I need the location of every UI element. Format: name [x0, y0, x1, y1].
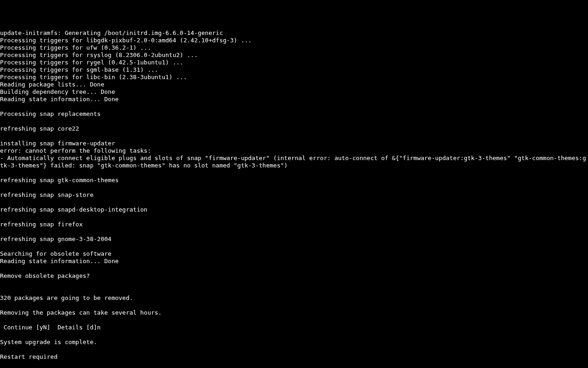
- terminal-line: Processing triggers for libgdk-pixbuf-2.…: [0, 37, 588, 44]
- terminal-line: [0, 199, 588, 206]
- terminal-line: Reading state information... Done: [0, 96, 588, 103]
- terminal-line: Processing triggers for rygel (0.42.5-1u…: [0, 59, 588, 66]
- terminal-line: Restart required: [0, 353, 588, 361]
- terminal-line: [0, 243, 588, 250]
- terminal-line: Processing triggers for ufw (0.36.2-1) .…: [0, 44, 588, 52]
- terminal-line: [0, 346, 588, 353]
- terminal-line: Processing triggers for sgml-base (1.31)…: [0, 66, 588, 74]
- terminal-line: refreshing snap snap-store: [0, 191, 588, 199]
- terminal-line: update-initramfs: Generating /boot/initr…: [0, 29, 588, 37]
- terminal-line: [0, 316, 588, 324]
- terminal-line: [0, 302, 588, 309]
- terminal-line: System upgrade is complete.: [0, 339, 588, 346]
- terminal-line: [0, 228, 588, 236]
- terminal-prompt-line: Continue [yN] Details [d]n: [0, 324, 588, 331]
- terminal-line: refreshing snap gnome-3-38-2004: [0, 236, 588, 243]
- terminal-line: [0, 331, 588, 339]
- terminal-line: Remove obsolete packages?: [0, 272, 588, 280]
- terminal-line: error: cannot perform the following task…: [0, 147, 588, 155]
- terminal-line: Reading state information... Done: [0, 258, 588, 265]
- terminal-line: Removing the packages can take several h…: [0, 309, 588, 316]
- terminal-line: [0, 103, 588, 110]
- terminal-line: installing snap firmware-updater: [0, 140, 588, 147]
- terminal-line: 320 packages are going to be removed.: [0, 294, 588, 302]
- terminal-line: Processing triggers for libc-bin (2.38-3…: [0, 74, 588, 81]
- terminal-line: [0, 361, 588, 368]
- terminal-line: [0, 280, 588, 287]
- terminal-line: refreshing snap firefox: [0, 221, 588, 228]
- terminal-console[interactable]: update-initramfs: Generating /boot/initr…: [0, 29, 588, 368]
- terminal-line: Processing snap replacements: [0, 110, 588, 118]
- terminal-line: Building dependency tree... Done: [0, 88, 588, 96]
- terminal-line: Reading package lists... Done: [0, 81, 588, 88]
- terminal-line: Processing triggers for rsyslog (8.2306.…: [0, 52, 588, 59]
- terminal-line: [0, 118, 588, 125]
- terminal-line: [0, 132, 588, 140]
- terminal-line: refreshing snap core22: [0, 125, 588, 132]
- terminal-line: [0, 287, 588, 294]
- terminal-line: Searching for obsolete software: [0, 250, 588, 258]
- terminal-line: [0, 265, 588, 272]
- terminal-line: [0, 213, 588, 221]
- terminal-line: refreshing snap snapd-desktop-integratio…: [0, 206, 588, 213]
- terminal-line: [0, 184, 588, 191]
- terminal-line: - Automatically connect eligible plugs a…: [0, 155, 588, 169]
- terminal-line: refreshing snap gtk-common-themes: [0, 177, 588, 184]
- terminal-line: [0, 169, 588, 177]
